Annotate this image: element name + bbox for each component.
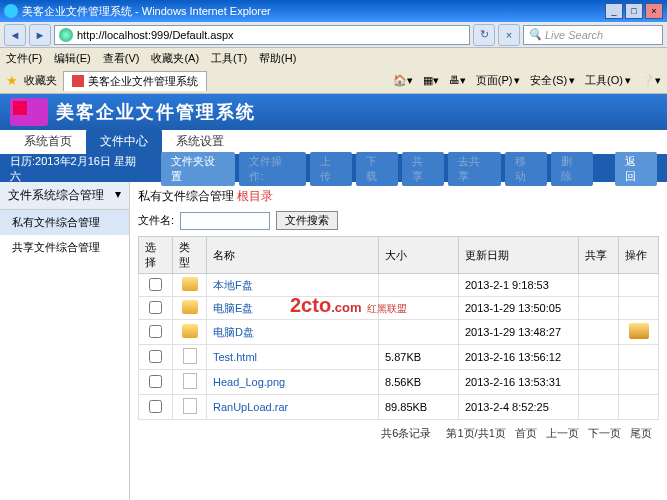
row-checkbox[interactable] (149, 278, 162, 291)
help-icon[interactable]: ❔▾ (641, 74, 661, 87)
file-share (579, 395, 619, 420)
app-title: 美客企业文件管理系统 (56, 100, 256, 124)
menu-view[interactable]: 查看(V) (103, 51, 140, 66)
sidebar-item-private[interactable]: 私有文件综合管理 (0, 210, 129, 235)
tab-settings[interactable]: 系统设置 (162, 129, 238, 154)
menu-file[interactable]: 文件(F) (6, 51, 42, 66)
file-share (579, 320, 619, 345)
collapse-icon[interactable]: ▾ (115, 187, 121, 204)
col-name: 名称 (207, 237, 379, 274)
ie-nav-toolbar: ◄ ► http://localhost:999/Default.aspx ↻ … (0, 22, 667, 48)
file-size (379, 320, 459, 345)
forward-button[interactable]: ► (29, 24, 51, 46)
move-button[interactable]: 移动 (505, 152, 547, 186)
folder-settings-button[interactable]: 文件夹设置 (161, 152, 236, 186)
table-row: RanUpLoad.rar89.85KB2013-2-4 8:52:25 (139, 395, 659, 420)
stop-button[interactable]: × (498, 24, 520, 46)
file-name-link[interactable]: 电脑D盘 (213, 326, 254, 338)
tab-files[interactable]: 文件中心 (86, 129, 162, 154)
menu-favorites[interactable]: 收藏夹(A) (151, 51, 199, 66)
menu-tools[interactable]: 工具(T) (211, 51, 247, 66)
back-action-button[interactable]: 返回 (615, 152, 657, 186)
file-table: 选择 类型 名称 大小 更新日期 共享 操作 本地F盘2013-2-1 9:18… (138, 236, 659, 420)
feed-icon[interactable]: ▦▾ (423, 74, 439, 87)
table-row: 电脑D盘2013-1-29 13:48:27 (139, 320, 659, 345)
file-ops-label: 文件操作: (239, 152, 306, 186)
page-menu[interactable]: 页面(P)▾ (476, 73, 521, 88)
file-date: 2013-1-29 13:50:05 (459, 297, 579, 320)
url-text: http://localhost:999/Default.aspx (77, 29, 234, 41)
row-checkbox[interactable] (149, 400, 162, 413)
file-size: 8.56KB (379, 370, 459, 395)
file-size: 89.85KB (379, 395, 459, 420)
folder-icon (182, 324, 198, 338)
row-checkbox[interactable] (149, 301, 162, 314)
open-folder-icon[interactable] (629, 323, 649, 339)
pager-first[interactable]: 首页 (515, 427, 537, 439)
search-button[interactable]: 文件搜索 (276, 211, 338, 230)
window-titlebar: 美客企业文件管理系统 - Windows Internet Explorer _… (0, 0, 667, 22)
file-search-row: 文件名: 文件搜索 (138, 211, 659, 230)
col-share: 共享 (579, 237, 619, 274)
app-header: 美客企业文件管理系统 (0, 94, 667, 130)
refresh-button[interactable]: ↻ (473, 24, 495, 46)
file-name-link[interactable]: RanUpLoad.rar (213, 401, 288, 413)
close-button[interactable]: × (645, 3, 663, 19)
browser-tab[interactable]: 美客企业文件管理系统 (63, 71, 207, 91)
table-row: Head_Log.png8.56KB2013-2-16 13:53:31 (139, 370, 659, 395)
safety-menu[interactable]: 安全(S)▾ (530, 73, 575, 88)
delete-button[interactable]: 删除 (551, 152, 593, 186)
col-select: 选择 (139, 237, 173, 274)
main-panel: 私有文件综合管理 根目录 文件名: 文件搜索 选择 类型 名称 大小 更新日期 … (130, 182, 667, 500)
download-button[interactable]: 下载 (356, 152, 398, 186)
ie-menubar: 文件(F) 编辑(E) 查看(V) 收藏夹(A) 工具(T) 帮助(H) (0, 48, 667, 68)
window-title: 美客企业文件管理系统 - Windows Internet Explorer (22, 4, 271, 19)
sidebar: 文件系统综合管理▾ 私有文件综合管理 共享文件综合管理 (0, 182, 130, 500)
file-date: 2013-1-29 13:48:27 (459, 320, 579, 345)
file-date: 2013-2-4 8:52:25 (459, 395, 579, 420)
print-icon[interactable]: 🖶▾ (449, 74, 466, 87)
row-checkbox[interactable] (149, 325, 162, 338)
file-share (579, 345, 619, 370)
favorites-label[interactable]: 收藏夹 (24, 73, 57, 88)
tab-favicon (72, 75, 84, 87)
maximize-button[interactable]: □ (625, 3, 643, 19)
tab-home[interactable]: 系统首页 (10, 129, 86, 154)
back-button[interactable]: ◄ (4, 24, 26, 46)
col-op: 操作 (619, 237, 659, 274)
pager-last[interactable]: 尾页 (630, 427, 652, 439)
menu-help[interactable]: 帮助(H) (259, 51, 296, 66)
action-bar: 日历:2013年2月16日 星期六 文件夹设置 文件操作: 上传 下载 共享 去… (0, 156, 667, 182)
pager-prev[interactable]: 上一页 (546, 427, 579, 439)
favorites-star-icon[interactable]: ★ (6, 73, 18, 88)
browser-search[interactable]: 🔍 Live Search (523, 25, 663, 45)
date-label: 日历:2013年2月16日 星期六 (10, 154, 147, 184)
file-share (579, 297, 619, 320)
ie-icon (4, 4, 18, 18)
file-name-link[interactable]: Test.html (213, 351, 257, 363)
file-name-link[interactable]: 电脑E盘 (213, 302, 253, 314)
globe-icon (59, 28, 73, 42)
tools-menu[interactable]: 工具(O)▾ (585, 73, 631, 88)
pager-next[interactable]: 下一页 (588, 427, 621, 439)
pager-pages: 第1页/共1页 (446, 427, 505, 439)
upload-button[interactable]: 上传 (310, 152, 352, 186)
share-button[interactable]: 共享 (402, 152, 444, 186)
home-icon[interactable]: 🏠▾ (393, 74, 413, 87)
app-logo (10, 98, 48, 126)
unshare-button[interactable]: 去共享 (448, 152, 501, 186)
address-bar[interactable]: http://localhost:999/Default.aspx (54, 25, 470, 45)
minimize-button[interactable]: _ (605, 3, 623, 19)
menu-edit[interactable]: 编辑(E) (54, 51, 91, 66)
file-date: 2013-2-16 13:53:31 (459, 370, 579, 395)
file-name-link[interactable]: Head_Log.png (213, 376, 285, 388)
file-name-link[interactable]: 本地F盘 (213, 279, 253, 291)
row-checkbox[interactable] (149, 375, 162, 388)
filename-input[interactable] (180, 212, 270, 230)
row-checkbox[interactable] (149, 350, 162, 363)
folder-icon (182, 300, 198, 314)
sidebar-item-shared[interactable]: 共享文件综合管理 (0, 235, 129, 260)
watermark: 2cto.com 红黑联盟 (290, 294, 407, 317)
folder-icon (182, 277, 198, 291)
file-icon (183, 373, 197, 389)
